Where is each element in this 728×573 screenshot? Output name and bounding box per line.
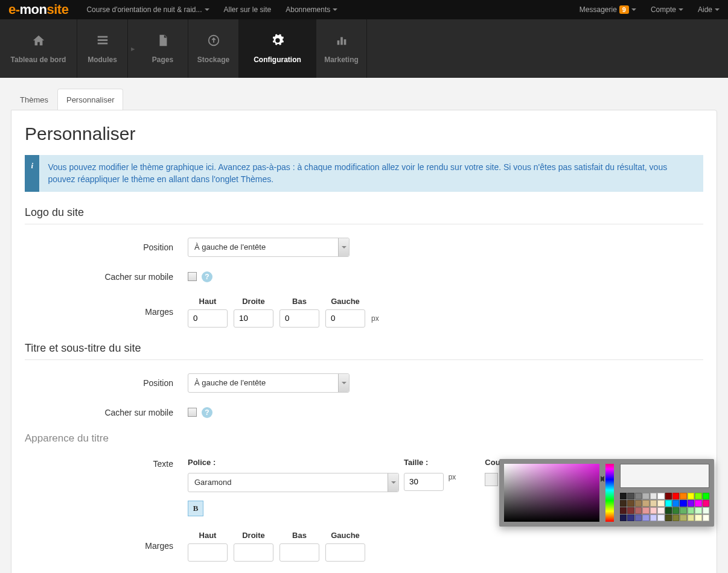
site-selector-dropdown[interactable]: Course d'orientation de nuit & raid... xyxy=(86,5,209,14)
nav-dashboard[interactable]: Tableau de bord xyxy=(0,19,77,78)
dropdown-arrow-icon xyxy=(388,473,398,492)
color-swatch[interactable] xyxy=(657,500,664,507)
tab-themes[interactable]: Thèmes xyxy=(11,89,57,110)
logo-margin-right-input[interactable] xyxy=(234,309,273,328)
svg-rect-5 xyxy=(340,37,343,45)
color-swatch[interactable] xyxy=(657,514,664,521)
color-picker-popup[interactable] xyxy=(499,459,714,527)
color-swatch[interactable] xyxy=(680,507,686,514)
color-swatch[interactable] xyxy=(703,514,709,521)
color-swatch[interactable] xyxy=(695,500,701,507)
color-swatch[interactable] xyxy=(695,493,701,499)
upload-icon xyxy=(207,34,220,47)
color-swatch[interactable] xyxy=(703,500,709,507)
title-margin-left-input[interactable] xyxy=(325,543,365,562)
color-swatch[interactable] xyxy=(672,500,679,507)
title-margin-bottom-input[interactable] xyxy=(279,543,319,562)
color-swatch[interactable] xyxy=(635,500,642,507)
color-swatch[interactable] xyxy=(688,507,694,514)
color-swatch[interactable] xyxy=(650,507,657,514)
color-swatch[interactable] xyxy=(635,507,642,514)
caret-down-icon xyxy=(205,8,209,11)
title-hide-mobile-checkbox[interactable] xyxy=(188,408,197,417)
logo-margin-top-input[interactable] xyxy=(188,309,228,328)
nav-marketing[interactable]: Marketing xyxy=(316,19,367,78)
color-swatch[interactable] xyxy=(650,493,657,499)
label-margins: Marges xyxy=(25,541,188,551)
dropdown-arrow-icon xyxy=(338,238,349,256)
color-swatch[interactable] xyxy=(695,514,701,521)
title-color-swatch[interactable] xyxy=(485,473,498,486)
title-position-select[interactable]: À gauche de l'entête xyxy=(188,373,350,393)
color-swatch[interactable] xyxy=(642,500,649,507)
color-swatch[interactable] xyxy=(650,514,657,521)
color-swatch[interactable] xyxy=(665,507,672,514)
color-gradient[interactable] xyxy=(504,464,599,522)
caret-down-icon xyxy=(715,8,720,11)
label-size: Taille : xyxy=(404,458,456,467)
color-swatch[interactable] xyxy=(672,507,679,514)
color-swatch[interactable] xyxy=(680,493,686,499)
logo-margin-bottom-input[interactable] xyxy=(279,309,319,328)
color-swatch[interactable] xyxy=(635,493,642,499)
help-icon[interactable]: ? xyxy=(202,407,212,418)
help-dropdown[interactable]: Aide xyxy=(698,5,720,14)
go-to-site-link[interactable]: Aller sur le site xyxy=(224,5,272,14)
color-swatch[interactable] xyxy=(665,493,672,499)
title-font-select[interactable]: Garamond xyxy=(188,473,399,492)
info-text: Vous pouvez modifier le thème graphique … xyxy=(39,155,703,192)
color-swatch[interactable] xyxy=(627,493,634,499)
color-swatch[interactable] xyxy=(642,514,649,521)
nav-modules[interactable]: Modules xyxy=(77,19,128,78)
title-margin-right-input[interactable] xyxy=(234,543,273,562)
color-swatch[interactable] xyxy=(620,507,627,514)
size-unit: px xyxy=(449,473,456,481)
color-swatch[interactable] xyxy=(680,514,686,521)
color-swatch[interactable] xyxy=(688,514,694,521)
logo-hide-mobile-checkbox[interactable] xyxy=(188,272,197,281)
color-swatch[interactable] xyxy=(620,500,627,507)
help-icon[interactable]: ? xyxy=(202,271,212,282)
logo-margin-left-input[interactable] xyxy=(325,309,365,328)
margin-header-top: Haut xyxy=(188,531,228,540)
nav-configuration[interactable]: Configuration xyxy=(239,19,316,78)
color-swatch[interactable] xyxy=(620,514,627,521)
color-swatch[interactable] xyxy=(688,493,694,499)
messaging-dropdown[interactable]: Messagerie 9 xyxy=(580,5,636,14)
color-swatch[interactable] xyxy=(703,507,709,514)
color-swatch[interactable] xyxy=(627,500,634,507)
label-hide-mobile: Cacher sur mobile xyxy=(25,272,188,282)
account-dropdown[interactable]: Compte xyxy=(651,5,683,14)
bold-button[interactable]: B xyxy=(188,501,203,516)
tab-customize[interactable]: Personnaliser xyxy=(57,89,124,110)
color-swatch[interactable] xyxy=(635,514,642,521)
color-swatch[interactable] xyxy=(695,507,701,514)
hue-handle-icon[interactable] xyxy=(601,476,604,482)
color-swatch[interactable] xyxy=(627,514,634,521)
title-size-input[interactable] xyxy=(404,473,444,491)
color-swatch[interactable] xyxy=(680,500,686,507)
title-position-value: À gauche de l'entête xyxy=(194,378,266,387)
color-swatch[interactable] xyxy=(672,493,679,499)
color-swatch[interactable] xyxy=(650,500,657,507)
color-swatch[interactable] xyxy=(665,500,672,507)
color-swatch[interactable] xyxy=(642,507,649,514)
gear-icon xyxy=(271,34,284,47)
logo[interactable]: e-monsite xyxy=(8,2,68,17)
subscriptions-dropdown[interactable]: Abonnements xyxy=(286,5,337,14)
color-swatch[interactable] xyxy=(657,493,664,499)
color-swatch[interactable] xyxy=(703,493,709,499)
color-swatch[interactable] xyxy=(620,493,627,499)
color-swatch[interactable] xyxy=(665,514,672,521)
color-swatch[interactable] xyxy=(657,507,664,514)
color-swatch[interactable] xyxy=(672,514,679,521)
color-swatch[interactable] xyxy=(627,507,634,514)
title-margin-top-input[interactable] xyxy=(188,543,228,562)
nav-storage[interactable]: Stockage xyxy=(188,19,239,78)
hue-slider[interactable] xyxy=(605,464,614,522)
color-swatch[interactable] xyxy=(642,493,649,499)
color-swatch[interactable] xyxy=(688,500,694,507)
logo-position-select[interactable]: À gauche de l'entête xyxy=(188,238,350,257)
nav-pages[interactable]: Pages xyxy=(138,19,188,78)
margin-header-right: Droite xyxy=(234,531,273,540)
